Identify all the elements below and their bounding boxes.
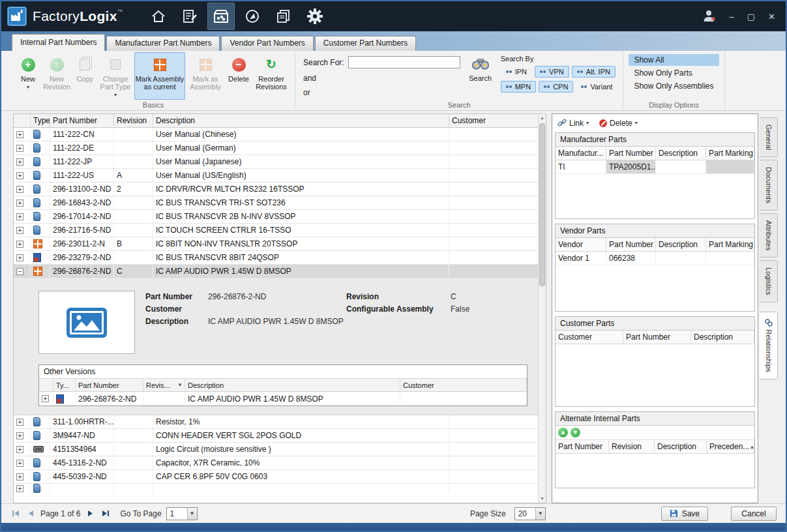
filter-chip-variant[interactable]: Variant — [576, 81, 617, 93]
revision-cell[interactable] — [114, 429, 153, 442]
expand-button[interactable]: + — [16, 131, 23, 138]
part-number-cell[interactable]: 296-26876-2-ND — [50, 265, 114, 278]
part-row[interactable]: + 111-222-DE User Manual (German) — [14, 141, 539, 155]
part-row[interactable]: + 311-1.00HRTR-... Resistor, 1% — [14, 415, 539, 429]
manufacturer-part-row[interactable]: TI TPA2005D1... — [556, 160, 754, 174]
col-header-type[interactable]: Ty... — [53, 379, 76, 391]
customer-cell[interactable] — [449, 155, 539, 168]
customer-cell[interactable] — [449, 196, 539, 209]
part-number-cell[interactable]: 296-23011-2-N — [50, 237, 114, 250]
description-cell[interactable]: IC BUS TRANSCVR 2B N-INV 8VSSOP — [153, 210, 449, 223]
customer-cell[interactable] — [449, 415, 539, 428]
part-number-cell[interactable]: 111-222-US — [50, 169, 114, 182]
expand-button[interactable]: + — [16, 254, 23, 261]
part-number-cell[interactable]: 445-1316-2-ND — [50, 456, 114, 469]
revision-cell[interactable]: 2 — [114, 183, 153, 196]
expand-button[interactable]: + — [16, 419, 23, 426]
part-row[interactable]: + 445-1316-2-ND Capacitor, X7R Ceramic, … — [14, 456, 539, 470]
side-tab-attributes[interactable]: Attributes — [760, 213, 778, 258]
scroll-up-icon[interactable]: ▲ — [539, 114, 546, 122]
maximize-button[interactable]: ▢ — [747, 12, 755, 22]
link-button[interactable]: Link▾ — [557, 119, 589, 128]
description-cell[interactable]: IC AMP AUDIO PWR 1.45W D 8MSOP — [153, 265, 449, 278]
revision-cell[interactable] — [114, 196, 153, 209]
description-cell[interactable]: CAP CER 6.8PF 50V C0G 0603 — [153, 470, 449, 483]
description-cell[interactable]: Logic Circuit (moisture sensitive ) — [153, 443, 449, 456]
part-row[interactable]: + 445-5039-2-ND CAP CER 6.8PF 50V C0G 06… — [14, 470, 539, 484]
mark-assembly-current-button[interactable]: Mark Assembly as current — [134, 52, 185, 100]
part-row-clipped[interactable]: + — [14, 484, 539, 493]
part-row[interactable]: + 3M9447-ND CONN HEADER VERT SGL 2POS GO… — [14, 429, 539, 443]
col-header-description[interactable]: Description — [185, 379, 400, 391]
customer-cell[interactable] — [449, 251, 539, 264]
side-tab-relationships[interactable]: Relationships — [760, 312, 778, 379]
customer-cell[interactable] — [449, 456, 539, 469]
customer-cell[interactable] — [449, 443, 539, 456]
revision-cell[interactable] — [114, 470, 153, 483]
expand-button[interactable]: + — [16, 460, 23, 467]
minimize-button[interactable]: – — [730, 12, 734, 22]
previous-page-button[interactable] — [25, 509, 36, 518]
part-number-cell[interactable]: 3M9447-ND — [50, 429, 114, 442]
side-tab-general[interactable]: General — [760, 117, 778, 157]
expand-button[interactable]: + — [16, 473, 23, 480]
col-header-part-number[interactable]: Part Number — [556, 440, 609, 453]
description-cell[interactable]: CONN HEADER VERT SGL 2POS GOLD — [153, 429, 449, 442]
close-button[interactable]: ✕ — [768, 12, 775, 22]
part-number-cell[interactable]: 296-16843-2-ND — [50, 196, 114, 209]
col-header-manufacturer[interactable]: Manufactur... — [556, 147, 606, 160]
description-cell[interactable]: User Manual (Japanese) — [153, 155, 449, 168]
description-cell[interactable]: Resistor, 1% — [153, 415, 449, 428]
part-row[interactable]: + 111-222-JP User Manual (Japanese) — [14, 155, 539, 169]
vendor-part-row[interactable]: Vendor 1 066238 — [556, 252, 754, 265]
col-header-part-number[interactable]: Part Number — [76, 379, 143, 391]
filter-chip-mpn[interactable]: MPN — [501, 81, 536, 93]
col-header-customer[interactable]: Customer — [556, 331, 623, 344]
filter-caret-icon[interactable]: ▼ — [177, 382, 183, 388]
part-number-cell[interactable]: 311-1.00HRTR-... — [50, 415, 114, 428]
expand-button[interactable]: + — [16, 145, 23, 152]
filter-chip-cpn[interactable]: CPN — [539, 81, 573, 93]
description-cell[interactable]: IC BUS TRANSCVR 8BIT 24QSOP — [153, 251, 449, 264]
part-number-cell[interactable]: 296-21716-5-ND — [50, 224, 114, 237]
col-header-vendor[interactable]: Vendor — [556, 238, 606, 251]
side-tab-logistics[interactable]: Logistics — [760, 260, 778, 303]
delete-button[interactable]: − Delete — [226, 52, 252, 100]
col-header-customer[interactable]: Customer — [400, 379, 527, 391]
part-marking-cell[interactable] — [706, 252, 754, 265]
col-header-part-number[interactable]: Part Number — [606, 147, 656, 160]
col-header-revision[interactable]: Revis...▼ — [143, 379, 185, 391]
description-cell[interactable]: IC DRVR/RCVR MLTCH RS232 16TSSOP — [153, 183, 449, 196]
show-only-assemblies-option[interactable]: Show Only Assemblies — [629, 80, 719, 92]
part-row[interactable]: + 296-23011-2-N B IC 8BIT NON-INV TRANSL… — [14, 237, 539, 251]
part-row[interactable]: + 296-17014-2-ND IC BUS TRANSCVR 2B N-IN… — [14, 210, 539, 224]
description-cell[interactable] — [656, 160, 706, 173]
reorder-revisions-button[interactable]: ↻ Reorder Revisions — [252, 52, 291, 100]
revision-cell[interactable] — [114, 141, 153, 155]
customer-cell[interactable] — [449, 128, 539, 141]
copy-button[interactable]: Copy — [73, 52, 97, 100]
part-row[interactable]: + 4151354964 Logic Circuit (moisture sen… — [14, 443, 539, 456]
tab-internal-part-numbers[interactable]: Internal Part Numbers — [12, 34, 105, 51]
part-number-cell[interactable]: 296-17014-2-ND — [50, 210, 114, 223]
customer-cell[interactable] — [449, 141, 539, 155]
part-row[interactable]: + 296-23279-2-ND IC BUS TRANSCVR 8BIT 24… — [14, 251, 539, 265]
page-size-select[interactable]: 20 ▼ — [514, 507, 546, 520]
navigator-icon[interactable] — [239, 3, 266, 30]
other-version-row[interactable]: + 296-26876-2-ND IC AMP AUDIO PWR 1.45W … — [39, 392, 527, 406]
expand-button[interactable]: + — [16, 186, 23, 193]
col-header-revision[interactable]: Revision — [609, 440, 655, 453]
revision-cell[interactable] — [143, 392, 185, 406]
first-page-button[interactable] — [10, 509, 21, 518]
customer-cell[interactable] — [449, 429, 539, 442]
vendor-cell[interactable]: Vendor 1 — [556, 252, 606, 265]
customer-cell[interactable] — [449, 183, 539, 196]
scroll-down-icon[interactable]: ▼ — [539, 495, 546, 503]
revision-cell[interactable]: B — [114, 237, 153, 250]
revision-cell[interactable] — [114, 155, 153, 168]
filter-chip-alt-ipn[interactable]: Alt. IPN — [572, 66, 616, 78]
manufacturer-cell[interactable]: TI — [556, 160, 606, 173]
part-row[interactable]: + 111-222-CN User Manual (Chinese) — [14, 128, 539, 141]
col-header-precedence[interactable]: Preceden...▲ — [707, 440, 754, 453]
part-number-cell[interactable]: 111-222-CN — [50, 128, 114, 141]
